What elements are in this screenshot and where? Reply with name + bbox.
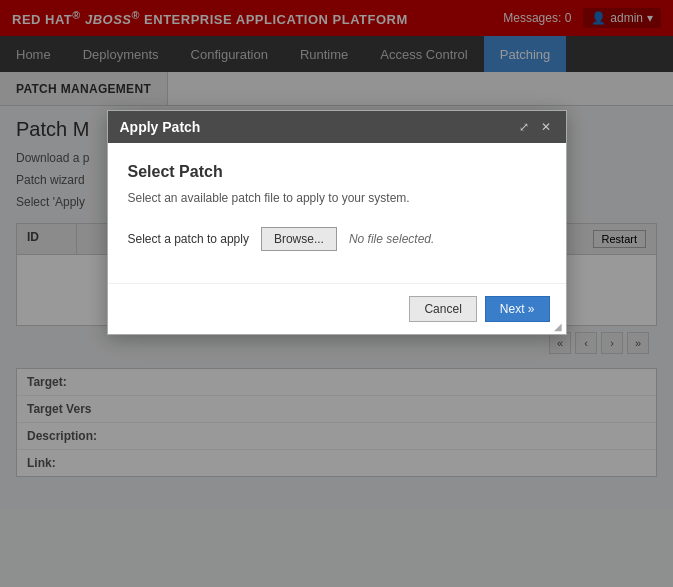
resize-handle[interactable]: ◢ [554, 322, 564, 332]
modal-title: Apply Patch [120, 119, 201, 135]
modal-overlay: Apply Patch ⤢ ✕ Select Patch Select an a… [0, 0, 673, 587]
modal-section-title: Select Patch [128, 163, 546, 181]
file-input-row: Select a patch to apply Browse... No fil… [128, 227, 546, 251]
modal-section-desc: Select an available patch file to apply … [128, 189, 546, 207]
next-button[interactable]: Next » [485, 296, 550, 322]
modal-close-button[interactable]: ✕ [538, 119, 554, 135]
modal-body: Select Patch Select an available patch f… [108, 143, 566, 283]
browse-button[interactable]: Browse... [261, 227, 337, 251]
modal-controls: ⤢ ✕ [516, 119, 554, 135]
apply-patch-modal: Apply Patch ⤢ ✕ Select Patch Select an a… [107, 110, 567, 335]
no-file-text: No file selected. [349, 232, 434, 246]
modal-header: Apply Patch ⤢ ✕ [108, 111, 566, 143]
cancel-button[interactable]: Cancel [409, 296, 476, 322]
file-input-label: Select a patch to apply [128, 232, 249, 246]
modal-expand-button[interactable]: ⤢ [516, 119, 532, 135]
modal-footer: Cancel Next » [108, 283, 566, 334]
